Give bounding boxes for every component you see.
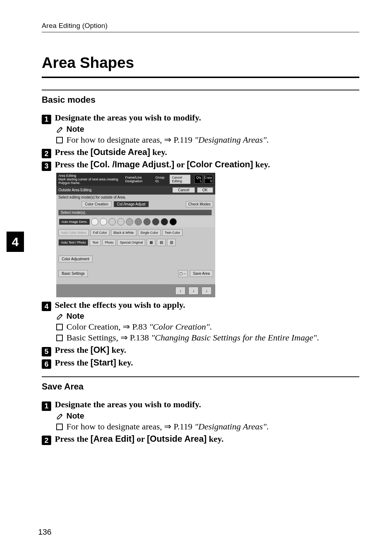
twin-color-button[interactable]: Twin Color — [162, 229, 183, 236]
ss-group: Group 01 — [155, 176, 166, 183]
pen-icon — [56, 312, 64, 320]
special-original-button[interactable]: Special Original — [117, 239, 145, 246]
icon-button-1[interactable]: ▦ — [147, 239, 155, 246]
density-dot[interactable] — [143, 218, 151, 225]
note-text: For how to designate areas, ⇒ P.119 "Des… — [66, 421, 269, 432]
step-part: Press the — [55, 160, 90, 169]
chapter-tab: 4 — [7, 232, 24, 252]
note-part: . — [317, 333, 319, 342]
note-block: Note For how to designate areas, ⇒ P.119… — [56, 411, 359, 432]
step-part: Press the — [55, 358, 90, 367]
step-1: 1 Designate the areas you wish to modify… — [42, 113, 359, 123]
ss-title-left: Area Editing Mark starting corner of nex… — [58, 174, 122, 185]
note-title: Note — [56, 311, 359, 321]
auto-text-photo-button[interactable]: Auto Text / Photo — [58, 239, 88, 246]
step-number-icon: 1 — [42, 115, 51, 124]
density-dot[interactable] — [91, 218, 98, 225]
page-number: 136 — [38, 527, 52, 537]
photo-button[interactable]: Photo — [102, 239, 116, 246]
note-part: P.119 — [171, 422, 195, 431]
color-creation-button[interactable]: Color Creation — [82, 201, 111, 207]
save-step-1-text: Designate the areas you wish to modify. — [55, 400, 201, 409]
footer-slot-icon[interactable]: ↓ — [175, 287, 185, 295]
bullet-square-icon — [56, 335, 63, 341]
section-title: Area Shapes — [42, 54, 359, 72]
note-part: . — [266, 135, 269, 144]
step-part: key. — [207, 434, 224, 444]
text-button[interactable]: Text — [90, 239, 101, 246]
density-dot[interactable] — [170, 218, 177, 225]
counter-label: Qty. — [196, 176, 202, 179]
single-color-button[interactable]: Single Color — [138, 229, 161, 236]
cancel-editing-button[interactable]: Cancel Editing — [170, 175, 191, 184]
key-label: [Color Creation] — [187, 159, 253, 169]
ss-hint: Mark starting corner of next area creati… — [58, 177, 122, 185]
note-part: P.138 — [128, 333, 151, 342]
density-dot[interactable] — [161, 218, 168, 225]
footer-slot-icon[interactable]: ↓ — [188, 287, 199, 295]
ss-counters: Qty. 1 Copy 0 — [194, 175, 213, 184]
step-number-icon: 6 — [42, 359, 51, 369]
step-number-icon: 4 — [42, 302, 51, 311]
density-dot[interactable] — [152, 218, 159, 225]
save-area-button[interactable]: Save Area — [190, 270, 213, 277]
note-ref-italic: "Color Creation" — [149, 322, 210, 331]
black-white-button[interactable]: Black & White — [111, 229, 136, 236]
arrow-icon: ⇒ — [123, 322, 130, 331]
ok-button[interactable]: OK — [197, 187, 213, 193]
full-color-button[interactable]: Full Color — [90, 229, 110, 236]
key-label: [Outside Area] — [147, 434, 207, 444]
density-dot[interactable] — [135, 218, 142, 225]
density-dot[interactable] — [100, 218, 107, 225]
title-rule — [42, 77, 359, 78]
step-1-text: Designate the areas you wish to modify. — [55, 113, 201, 123]
auto-color-select-button[interactable]: Auto Color Select — [58, 229, 89, 236]
note-part: . — [266, 422, 269, 431]
note-label: Note — [66, 311, 84, 321]
cancel-button[interactable]: Cancel — [172, 187, 195, 193]
key-label: [Area Edit] — [90, 434, 134, 444]
note-part: For how to designate areas, — [66, 422, 164, 431]
step-3-text: Press the [Col. /Image Adjust.] or [Colo… — [55, 159, 270, 170]
step-part: or — [135, 434, 147, 444]
qty-counter: Qty. 1 — [194, 175, 203, 184]
step-2: 2 Press the [Outside Area] key. — [42, 147, 359, 158]
embedded-screenshot: Area Editing Mark starting corner of nex… — [56, 173, 215, 297]
step-part: or — [174, 160, 187, 169]
subsection-rule — [42, 376, 359, 377]
note-part: Basic Settings, — [66, 333, 121, 342]
arrow-icon: ⇒ — [121, 332, 128, 342]
counter-label: Copy — [204, 176, 212, 179]
note-block: Note Color Creation, ⇒ P.83 "Color Creat… — [56, 311, 359, 343]
col-image-adjust-button[interactable]: Col./Image Adjust — [114, 201, 148, 207]
check-modes-button[interactable]: Check Modes — [186, 201, 213, 207]
color-adjustment-button[interactable]: Color Adjustment — [58, 256, 93, 262]
density-dot[interactable] — [126, 218, 133, 225]
note-ref-italic: "Designating Areas" — [195, 135, 266, 144]
step-part: key. — [150, 147, 167, 157]
note-part: . — [210, 322, 212, 331]
icon-button-2[interactable]: ▤ — [157, 239, 166, 246]
footer-slot-icon[interactable]: ↓ — [201, 287, 212, 295]
auto-image-density-button[interactable]: Auto Image Dens. — [59, 219, 90, 225]
step-6-text: Press the [Start] key. — [55, 358, 133, 368]
outside-area-editing-label: Outside Area Editing — [58, 188, 91, 192]
step-part: key. — [109, 345, 126, 355]
note-title: Note — [56, 125, 359, 134]
subsection-basic-modes: Basic modes — [42, 95, 359, 105]
note-label: Note — [66, 125, 84, 134]
select-modes-label: Select mode(s). — [58, 210, 212, 215]
step-part: Press the — [55, 147, 90, 157]
step-5: 5 Press the [OK] key. — [42, 345, 359, 355]
basic-settings-button[interactable]: Basic Settings — [58, 270, 88, 277]
bullet-square-icon — [56, 137, 63, 143]
ss-original-mode-row: Auto Text / Photo Text Photo Special Ori… — [58, 239, 176, 246]
save-area-icon[interactable]: ▢→ — [178, 270, 188, 277]
ss-color-mode-row: Auto Color Select Full Color Black & Whi… — [58, 229, 183, 236]
ss-area-editing-label: Area Editing — [58, 174, 122, 177]
ss-mode-buttons: Color Creation Col./Image Adjust — [82, 201, 149, 207]
page: Area Editing (Option) Area Shapes Basic … — [0, 0, 392, 555]
icon-button-3[interactable]: ▥ — [167, 239, 176, 246]
density-dot[interactable] — [117, 218, 124, 225]
density-dot[interactable] — [109, 218, 116, 225]
